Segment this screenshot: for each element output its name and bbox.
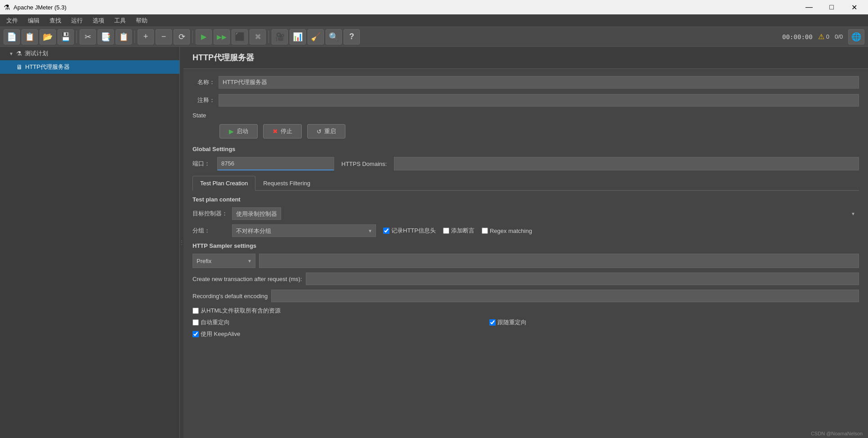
tab-test-plan-creation[interactable]: Test Plan Creation	[192, 176, 255, 191]
transaction-input[interactable]	[306, 273, 859, 285]
test-plan-content-title: Test plan content	[192, 196, 859, 203]
grouping-label: 分组：	[192, 227, 228, 235]
stop-proxy-icon: ✖	[273, 128, 278, 135]
global-settings: Global Settings 端口： HTTPS Domains:	[192, 146, 859, 170]
checkbox-regex[interactable]	[482, 228, 488, 234]
name-input[interactable]	[219, 76, 859, 89]
test-plan-icon: ⚗	[16, 50, 22, 57]
minimize-button[interactable]: —	[799, 0, 819, 14]
checkbox-follow-redirect[interactable]	[489, 319, 496, 326]
remove-button[interactable]: −	[156, 29, 172, 45]
encoding-row: Recording's default encoding	[192, 290, 859, 302]
report-button[interactable]: 📊	[290, 29, 306, 45]
port-row: 端口： HTTPS Domains:	[192, 157, 859, 170]
checkbox-redirect[interactable]	[192, 319, 199, 326]
global-settings-title: Global Settings	[192, 146, 859, 152]
checkbox-keepalive-label[interactable]: 使用 KeepAlive	[192, 330, 309, 338]
checkbox-http-headers[interactable]	[383, 228, 389, 234]
stop-button[interactable]: ⬛	[232, 29, 248, 45]
port-input[interactable]	[217, 157, 334, 170]
new-button[interactable]: 📄	[4, 29, 20, 45]
menu-run[interactable]: 运行	[67, 15, 87, 27]
main-layout: ▼ ⚗ 测试计划 🖥 HTTP代理服务器 ⋮ HTTP代理服务器 名称： 注释：	[0, 47, 868, 438]
checkbox-keepalive-text: 使用 KeepAlive	[201, 330, 240, 338]
checkbox-html-resources[interactable]	[192, 308, 199, 314]
separator-3	[192, 31, 193, 43]
shutdown-button[interactable]: ✖	[250, 29, 266, 45]
comment-input[interactable]	[219, 94, 859, 107]
add-button[interactable]: +	[138, 29, 154, 45]
template-button[interactable]: 📋	[22, 29, 38, 45]
menu-edit[interactable]: 编辑	[23, 15, 44, 27]
zoom-button[interactable]: 🔍	[326, 29, 342, 45]
checkbox-add-assertion-label[interactable]: 添加断言	[443, 227, 474, 235]
panel-header: HTTP代理服务器	[183, 47, 868, 69]
restart-proxy-button[interactable]: ↺ 重启	[307, 124, 345, 139]
tab-requests-filtering[interactable]: Requests Filtering	[255, 176, 318, 190]
checkbox-http-headers-label[interactable]: 记录HTTP信息头	[383, 227, 436, 235]
clear-button[interactable]: ⟳	[174, 29, 190, 45]
comment-row: 注释：	[192, 94, 859, 107]
globe-button[interactable]: 🌐	[848, 29, 864, 45]
toolbar-right: 00:00:00 ⚠ 0 0/0 🌐	[782, 29, 864, 45]
start-button[interactable]: ▶	[196, 29, 212, 45]
help-button[interactable]: ?	[344, 29, 360, 45]
state-title: State	[192, 112, 859, 119]
title-bar: ⚗ Apache JMeter (5.3) — □ ✕	[0, 0, 868, 14]
https-domains-input[interactable]	[394, 157, 859, 170]
start-no-pause-button[interactable]: ▶▶	[214, 29, 230, 45]
target-controller-select[interactable]: 使用录制控制器	[232, 207, 281, 220]
checkbox-regex-text: Regex matching	[490, 228, 532, 234]
tabs-container: Test Plan Creation Requests Filtering Te…	[192, 176, 859, 347]
start-proxy-label: 启动	[237, 127, 248, 135]
panel-title: HTTP代理服务器	[192, 53, 254, 62]
prefix-text-input[interactable]	[259, 254, 859, 268]
cut-button[interactable]: ✂	[80, 29, 96, 45]
grouping-select[interactable]: 不对样本分组	[232, 224, 376, 237]
https-domains-label: HTTPS Domains:	[341, 161, 387, 167]
record-button[interactable]: 🎥	[272, 29, 288, 45]
bottom-bar: CSDN @NoamaNelson	[805, 429, 868, 438]
open-button[interactable]: 📂	[40, 29, 56, 45]
sidebar-item-test-plan[interactable]: ▼ ⚗ 测试计划	[0, 47, 179, 60]
encoding-label: Recording's default encoding	[192, 293, 268, 299]
timer-display: 00:00:00	[782, 33, 812, 40]
checkboxes-row: 记录HTTP信息头 添加断言 Regex matching	[383, 227, 532, 235]
checkbox-html-resources-text: 从HTML文件获取所有含的资源	[201, 307, 281, 315]
stop-proxy-button[interactable]: ✖ 停止	[263, 124, 302, 139]
sidebar-item-http-proxy[interactable]: 🖥 HTTP代理服务器	[0, 60, 179, 74]
tab-label-test-plan-creation: Test Plan Creation	[200, 180, 248, 187]
menu-find[interactable]: 查找	[45, 15, 66, 27]
checkbox-follow-redirect-label[interactable]: 跟随重定向	[489, 318, 606, 326]
menu-options[interactable]: 选项	[88, 15, 109, 27]
checkbox-follow-redirect-text: 跟随重定向	[497, 318, 527, 326]
checkbox-keepalive[interactable]	[192, 331, 199, 337]
checkbox-redirect-label[interactable]: 自动重定向	[192, 318, 309, 326]
start-proxy-button[interactable]: ▶ 启动	[219, 124, 258, 139]
menu-help[interactable]: 帮助	[131, 15, 152, 27]
checkbox-add-assertion[interactable]	[443, 228, 449, 234]
app-title: Apache JMeter (5.3)	[13, 4, 67, 11]
target-controller-label: 目标控制器：	[192, 210, 228, 218]
grouping-row: 分组： 不对样本分组 记录HTTP信息头	[192, 224, 859, 237]
name-row: 名称：	[192, 76, 859, 89]
menu-file[interactable]: 文件	[2, 15, 22, 27]
close-button[interactable]: ✕	[844, 0, 864, 14]
save-button[interactable]: 💾	[58, 29, 74, 45]
encoding-input[interactable]	[271, 290, 859, 302]
prefix-select-wrapper: Prefix Suffix None	[192, 254, 255, 268]
port-label: 端口：	[192, 160, 210, 168]
prefix-select[interactable]: Prefix Suffix None	[192, 254, 255, 268]
maximize-button[interactable]: □	[821, 0, 842, 14]
checkbox-html-resources-label[interactable]: 从HTML文件获取所有含的资源	[192, 307, 309, 315]
arrow-icon: ▼	[9, 51, 13, 56]
copy-button[interactable]: 📑	[98, 29, 114, 45]
drag-handle[interactable]: ⋮	[180, 47, 183, 438]
panel-body: 名称： 注释： State ▶ 启动 ✖ 停止 ↺	[183, 69, 868, 354]
paste-button[interactable]: 📋	[116, 29, 132, 45]
broom-button[interactable]: 🧹	[308, 29, 324, 45]
menu-tools[interactable]: 工具	[110, 15, 130, 27]
separator-2	[134, 31, 135, 43]
name-label: 名称：	[192, 78, 215, 86]
checkbox-regex-label[interactable]: Regex matching	[482, 228, 532, 234]
